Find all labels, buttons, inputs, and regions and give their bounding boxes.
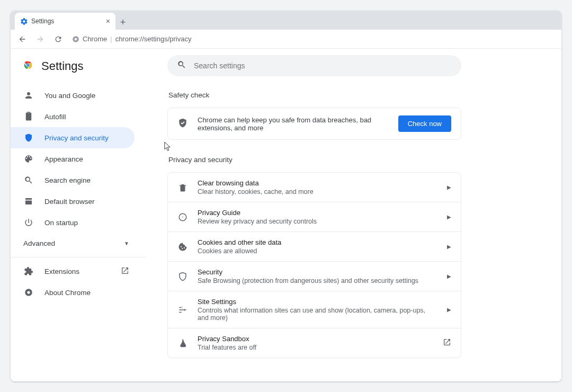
row-subtitle: Clear history, cookies, cache, and more: [198, 188, 437, 195]
reload-button[interactable]: [51, 32, 66, 47]
sidebar-item-label: Search engine: [44, 176, 91, 184]
search-icon: [177, 60, 186, 72]
sidebar-item-search-engine[interactable]: Search engine: [11, 170, 135, 191]
sidebar-advanced-toggle[interactable]: Advanced ▼: [11, 233, 146, 254]
row-subtitle: Safe Browsing (protection from dangerous…: [198, 277, 437, 284]
safety-check-card: Chrome can help keep you safe from data …: [167, 108, 461, 140]
row-site-settings[interactable]: Site SettingsControls what information s…: [168, 291, 461, 328]
omnibox-prefix: Chrome: [83, 35, 107, 43]
privacy-heading: Privacy and security: [168, 156, 540, 164]
back-button[interactable]: [15, 32, 30, 47]
shield-icon: [23, 132, 34, 143]
sidebar-item-label: You and Google: [44, 92, 95, 100]
divider: [11, 257, 146, 257]
safety-check-heading: Safety check: [168, 91, 540, 99]
sidebar-item-extensions[interactable]: Extensions: [11, 261, 146, 282]
clipboard-icon: [23, 111, 34, 122]
row-privacy-sandbox[interactable]: Privacy SandboxTrial features are off: [168, 328, 461, 358]
tune-icon: [177, 305, 188, 315]
flask-icon: [177, 338, 188, 348]
chevron-right-icon: ▶: [447, 273, 451, 279]
chrome-icon: [22, 59, 34, 73]
search-icon: [23, 175, 34, 185]
toolbar: Chrome | chrome://settings/privacy: [11, 30, 561, 49]
row-subtitle: Review key privacy and security controls: [198, 218, 437, 225]
power-icon: [23, 217, 34, 228]
chrome-small-icon: [23, 287, 34, 298]
privacy-list: Clear browsing dataClear history, cookie…: [167, 172, 461, 358]
row-title: Security: [198, 268, 437, 276]
safety-check-text: Chrome can help keep you safe from data …: [198, 116, 389, 132]
omnibox-separator: |: [110, 35, 112, 43]
row-title: Cookies and other site data: [198, 238, 437, 246]
chevron-right-icon: ▶: [447, 184, 451, 190]
forward-button[interactable]: [33, 32, 48, 47]
about-label: About Chrome: [44, 289, 91, 297]
row-subtitle: Controls what information sites can use …: [198, 307, 437, 322]
row-clear-browsing-data[interactable]: Clear browsing dataClear history, cookie…: [168, 173, 461, 202]
browser-window: Settings × + Chrome | chrome://settings/…: [11, 11, 561, 381]
search-settings[interactable]: [167, 55, 461, 76]
sidebar-item-label: Privacy and security: [44, 134, 109, 142]
chevron-down-icon: ▼: [124, 240, 129, 246]
extensions-label: Extensions: [44, 268, 79, 275]
row-cookies[interactable]: Cookies and other site dataCookies are a…: [168, 231, 461, 261]
content: Settings You and Google Autofill Privacy…: [11, 49, 561, 381]
sidebar-item-label: Appearance: [44, 155, 83, 163]
sidebar-item-label: Autofill: [44, 113, 66, 121]
compass-icon: [177, 212, 188, 222]
row-title: Privacy Guide: [198, 209, 437, 217]
main: Safety check Chrome can help keep you sa…: [146, 49, 561, 381]
chevron-right-icon: ▶: [447, 214, 451, 220]
brand: Settings: [11, 55, 146, 83]
browser-icon: [23, 196, 34, 207]
row-title: Clear browsing data: [198, 179, 437, 187]
sidebar-item-you-and-google[interactable]: You and Google: [11, 85, 135, 106]
sidebar-item-on-startup[interactable]: On startup: [11, 212, 135, 233]
extension-icon: [23, 266, 34, 277]
svg-point-6: [27, 291, 30, 293]
site-info-icon[interactable]: [72, 35, 79, 43]
cookie-icon: [177, 242, 188, 252]
omnibox[interactable]: Chrome | chrome://settings/privacy: [69, 35, 194, 43]
open-in-new-icon: [121, 266, 129, 277]
shield-icon: [177, 272, 188, 281]
gear-icon: [20, 17, 28, 25]
tab-strip: Settings × +: [11, 11, 561, 30]
open-in-new-icon: [443, 338, 451, 349]
sidebar-item-default-browser[interactable]: Default browser: [11, 191, 135, 212]
palette-icon: [23, 154, 34, 164]
nav: You and Google Autofill Privacy and secu…: [11, 83, 146, 233]
sidebar-item-label: On startup: [44, 219, 78, 227]
chevron-right-icon: ▶: [447, 244, 451, 250]
svg-point-4: [27, 64, 30, 67]
check-now-button[interactable]: Check now: [398, 115, 451, 132]
person-icon: [23, 90, 34, 101]
tab-settings[interactable]: Settings ×: [15, 13, 115, 30]
close-icon[interactable]: ×: [106, 17, 110, 25]
sidebar-item-appearance[interactable]: Appearance: [11, 148, 135, 170]
omnibox-path: chrome://settings/privacy: [115, 35, 192, 43]
sidebar-item-about-chrome[interactable]: About Chrome: [11, 282, 146, 303]
sidebar-item-autofill[interactable]: Autofill: [11, 106, 135, 127]
chevron-right-icon: ▶: [447, 307, 451, 313]
trash-icon: [177, 183, 188, 192]
advanced-label: Advanced: [23, 239, 55, 247]
row-subtitle: Cookies are allowed: [198, 247, 437, 255]
row-title: Site Settings: [198, 298, 437, 306]
sidebar-item-label: Default browser: [44, 198, 95, 206]
page-title: Settings: [41, 59, 84, 73]
row-security[interactable]: SecuritySafe Browsing (protection from d…: [168, 261, 461, 291]
row-subtitle: Trial features are off: [198, 344, 433, 351]
sidebar-item-privacy-security[interactable]: Privacy and security: [11, 127, 135, 148]
shield-check-icon: [177, 118, 188, 130]
svg-point-1: [75, 38, 77, 40]
search-input[interactable]: [194, 61, 452, 70]
row-privacy-guide[interactable]: Privacy GuideReview key privacy and secu…: [168, 202, 461, 231]
row-title: Privacy Sandbox: [198, 335, 433, 343]
tab-title: Settings: [31, 17, 54, 25]
new-tab-button[interactable]: +: [115, 15, 130, 30]
sidebar: Settings You and Google Autofill Privacy…: [11, 49, 146, 381]
